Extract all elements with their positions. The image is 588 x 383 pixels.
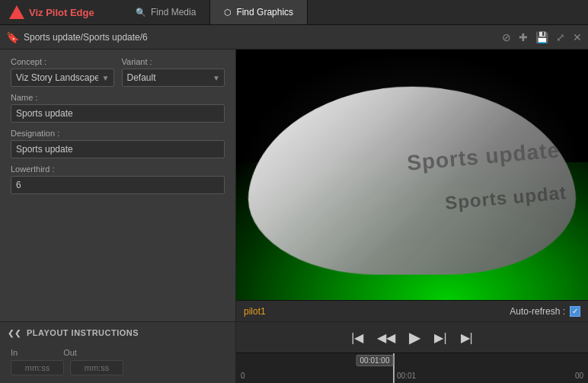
playout-title: Playout Instructions: [27, 328, 139, 337]
designation-row: Designation :: [11, 129, 225, 158]
checkmark-icon: ✓: [572, 307, 578, 315]
timeline-cursor-time: 00:01:00: [356, 355, 394, 366]
main-layout: Concept : Viz Story Landscape ▼ Variant …: [0, 49, 588, 383]
playout-header[interactable]: ❮❮ Playout Instructions: [0, 322, 235, 343]
timeline[interactable]: 0 00:01 00 00:01:00: [236, 353, 588, 383]
app-title: Viz Pilot Edge: [29, 7, 94, 18]
timeline-start-label: 0: [241, 372, 245, 380]
timeline-cursor: 00:01:00: [393, 353, 395, 383]
breadcrumb: 🔖 Sports update/Sports update/6: [6, 31, 148, 43]
preview-background: Sports update Sports updat: [236, 49, 588, 300]
name-row: Name :: [11, 93, 225, 123]
variant-select-wrap: Default ▼: [122, 69, 225, 87]
breadcrumb-text: Sports update/Sports update/6: [24, 32, 148, 43]
logo-icon: [9, 5, 24, 19]
concept-variant-row: Concept : Viz Story Landscape ▼ Variant …: [11, 57, 225, 87]
top-bar: Viz Pilot Edge 🔍 Find Media ⬡ Find Graph…: [0, 0, 588, 25]
in-timecode-input[interactable]: [11, 360, 64, 375]
form-area: Concept : Viz Story Landscape ▼ Variant …: [0, 49, 235, 321]
timeline-end-label: 00: [575, 372, 583, 380]
left-panel: Concept : Viz Story Landscape ▼ Variant …: [0, 49, 236, 383]
tab-find-media[interactable]: 🔍 Find Media: [122, 0, 210, 24]
playout-section: ❮❮ Playout Instructions In Out: [0, 321, 235, 383]
timeline-mid-label: 00:01: [397, 372, 416, 380]
designation-label: Designation :: [11, 129, 225, 138]
eye-slash-icon[interactable]: ⊘: [502, 31, 511, 43]
skip-to-end-button[interactable]: ▶|: [459, 329, 475, 346]
breadcrumb-bar: 🔖 Sports update/Sports update/6 ⊘ ✚ 💾 ⤢ …: [0, 25, 588, 49]
concept-label: Concept :: [11, 57, 114, 66]
name-input[interactable]: [11, 104, 225, 123]
lowerthird-label: Lowerthird :: [11, 164, 225, 174]
close-icon[interactable]: ✕: [573, 31, 582, 43]
auto-refresh: Auto-refresh : ✓: [510, 306, 580, 317]
save-icon[interactable]: 💾: [535, 31, 548, 43]
lowerthird-input[interactable]: [11, 176, 225, 194]
out-label: Out: [63, 348, 77, 357]
tab-find-graphics-label: Find Graphics: [236, 7, 293, 18]
toolbar-icons: ⊘ ✚ 💾 ⤢ ✕: [502, 31, 582, 43]
expand-icon[interactable]: ⤢: [556, 31, 565, 43]
concept-select-wrap: Viz Story Landscape ▼: [11, 69, 114, 87]
transport-controls: |◀ ◀◀ ▶ ▶| ▶|: [236, 322, 588, 353]
right-panel: Sports update Sports updat pilot1 Auto-r…: [236, 49, 588, 383]
variant-field: Variant : Default ▼: [122, 57, 225, 87]
variant-label: Variant :: [122, 57, 225, 66]
concept-select[interactable]: Viz Story Landscape: [11, 69, 114, 87]
player-bar: pilot1 Auto-refresh : ✓ |◀ ◀◀ ▶ ▶| ▶|: [236, 300, 588, 383]
playout-chevron-icon: ❮❮: [8, 329, 21, 337]
designation-input[interactable]: [11, 140, 225, 158]
step-back-button[interactable]: ◀◀: [375, 329, 397, 346]
lowerthird-row: Lowerthird :: [11, 164, 225, 194]
tab-find-media-label: Find Media: [151, 7, 196, 18]
preview-area: Sports update Sports updat: [236, 49, 588, 300]
bookmark-icon: 🔖: [6, 31, 19, 43]
name-label: Name :: [11, 93, 225, 102]
play-button[interactable]: ▶: [407, 327, 422, 348]
find-graphics-icon: ⬡: [224, 8, 232, 18]
player-info: pilot1 Auto-refresh : ✓: [236, 301, 588, 322]
app-logo: Viz Pilot Edge: [0, 0, 122, 24]
in-out-labels: In Out: [11, 348, 225, 357]
pilot-label: pilot1: [244, 306, 266, 317]
step-forward-button[interactable]: ▶|: [433, 329, 448, 346]
out-timecode-input[interactable]: [70, 360, 123, 375]
auto-refresh-checkbox[interactable]: ✓: [570, 306, 580, 317]
tab-find-graphics[interactable]: ⬡ Find Graphics: [210, 0, 308, 24]
timeline-track: 0 00:01 00 00:01:00: [236, 353, 588, 383]
variant-select[interactable]: Default: [122, 69, 225, 87]
auto-refresh-label: Auto-refresh :: [510, 306, 565, 317]
find-media-icon: 🔍: [136, 8, 146, 18]
in-out-inputs: [11, 360, 225, 375]
playout-content: In Out: [0, 343, 235, 383]
skip-to-start-button[interactable]: |◀: [350, 329, 365, 346]
concept-field: Concept : Viz Story Landscape ▼: [11, 57, 114, 87]
preview-shape: [237, 87, 587, 275]
in-label: In: [11, 348, 18, 357]
add-icon[interactable]: ✚: [519, 31, 528, 43]
